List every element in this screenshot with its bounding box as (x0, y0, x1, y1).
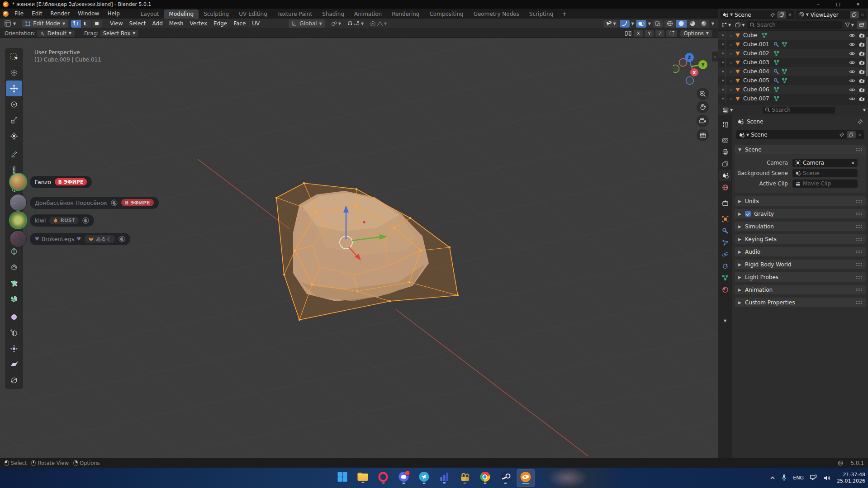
tab-physics[interactable] (719, 249, 731, 260)
panel-gravity[interactable]: ▶Gravity (735, 209, 866, 218)
taskbar-telegram[interactable] (415, 469, 433, 487)
outliner-filter-id-dropdown[interactable]: ▼ (734, 22, 746, 28)
viewport-3d[interactable]: User Perspective (1) Cube.009 | Cube.011 (0, 38, 718, 458)
taskbar-stats-app[interactable] (435, 469, 453, 487)
hide-eye-icon[interactable] (849, 78, 855, 83)
outliner-search-input[interactable]: Search (747, 21, 842, 29)
expand-icon[interactable]: › (728, 78, 734, 83)
material-preview-button[interactable] (687, 20, 698, 28)
mesh-data-icon[interactable] (782, 69, 787, 74)
tab-tool[interactable] (719, 119, 731, 130)
mirror-x-toggle[interactable]: X (634, 30, 643, 37)
language-indicator[interactable]: ENG (793, 475, 804, 481)
panel-simulation[interactable]: ▶Simulation (735, 222, 866, 231)
minimize-button[interactable]: – (808, 0, 828, 9)
outliner-filter-dropdown[interactable]: ▼ (843, 22, 855, 28)
taskbar-opera-gx[interactable] (374, 469, 392, 487)
zoom-button[interactable] (697, 88, 709, 100)
drag-dropdown[interactable]: Select Box ▼ (100, 30, 139, 37)
panel-grip[interactable] (855, 199, 862, 203)
tool-shrink-fatten[interactable] (6, 341, 22, 356)
mirror-y-toggle[interactable]: Y (645, 30, 654, 37)
start-button[interactable] (333, 469, 351, 487)
menu-select[interactable]: Select (126, 20, 149, 27)
modifier-wrench-icon[interactable] (773, 78, 779, 84)
panel-units[interactable]: ▶Units (735, 196, 866, 206)
pin-icon[interactable] (770, 12, 775, 18)
outliner-row-cube005[interactable]: ›Cube.005 (718, 76, 868, 85)
orientation-default-dropdown[interactable]: Default ▼ (37, 30, 75, 37)
tool-shear[interactable] (6, 356, 22, 372)
panel-keying-sets[interactable]: ▶Keying Sets (735, 234, 866, 244)
scene-panel-header[interactable]: ▼ Scene (735, 145, 866, 154)
wireframe-shading-button[interactable] (664, 20, 676, 28)
hide-eye-icon[interactable] (849, 87, 855, 92)
menu-render[interactable]: Render (46, 10, 74, 17)
camera-view-button[interactable] (697, 115, 709, 127)
tab-animation[interactable]: Animation (349, 9, 387, 19)
tool-spin[interactable] (6, 291, 22, 307)
blender-menu-icon[interactable] (3, 11, 9, 17)
pin-icon[interactable] (857, 119, 863, 125)
network-offline-icon[interactable] (837, 460, 844, 466)
menu-uv[interactable]: UV (249, 20, 263, 27)
panel-grip[interactable] (855, 301, 862, 304)
outliner-row-cube004[interactable]: ›Cube.004 (718, 67, 868, 76)
taskbar-explorer[interactable] (354, 469, 372, 487)
vertex-select-button[interactable] (71, 20, 81, 28)
network-icon[interactable] (810, 474, 817, 481)
panel-light-probes[interactable]: ▶Light Probes (735, 272, 866, 282)
tool-rip-region[interactable] (6, 372, 22, 388)
face-select-button[interactable] (92, 20, 102, 28)
edge-select-button[interactable] (81, 20, 92, 28)
tab-modeling[interactable]: Modeling (164, 9, 199, 19)
microphone-icon[interactable] (781, 474, 787, 482)
taskbar-discord[interactable] (394, 469, 413, 487)
panel-grip[interactable] (855, 275, 862, 279)
taskbar-lock-app[interactable] (455, 469, 474, 487)
panel-animation[interactable]: ▶Animation (735, 285, 866, 294)
taskbar-blender-active[interactable] (517, 469, 535, 487)
orientation-dropdown[interactable]: Global ▼ (289, 19, 325, 28)
render-visibility-icon[interactable] (859, 60, 865, 65)
expand-icon[interactable]: › (728, 69, 734, 74)
properties-options-dropdown[interactable]: ▼ (863, 108, 866, 112)
gravity-checkbox[interactable] (745, 211, 751, 217)
solid-shading-button[interactable] (676, 20, 687, 28)
rendered-shading-button[interactable] (698, 20, 710, 28)
add-workspace-button[interactable]: + (558, 9, 570, 19)
scene-data-selector[interactable]: ▼ Scene ✕ (736, 130, 864, 139)
tab-render[interactable] (719, 135, 731, 146)
hide-eye-icon[interactable] (849, 96, 855, 101)
shading-dropdown[interactable]: ▼ (711, 22, 714, 26)
outliner-row-cube007[interactable]: ›Cube.007 (718, 94, 868, 103)
expand-icon[interactable]: › (728, 51, 734, 56)
outliner-row-cube002[interactable]: ›Cube.002 (718, 49, 868, 58)
scene-selector[interactable]: ▼ Scene ✕ (720, 10, 794, 19)
tool-scale[interactable] (6, 112, 22, 128)
expand-icon[interactable]: › (728, 60, 734, 65)
tab-rendering[interactable]: Rendering (387, 9, 424, 19)
tab-modifiers[interactable] (719, 225, 731, 236)
clock[interactable]: 21:37:48 25.01.2026 (837, 472, 865, 484)
object-visibility-dropdown[interactable]: ▼ (603, 20, 617, 28)
camera-field[interactable]: Camera ✕ (792, 159, 858, 167)
panel-grip[interactable] (855, 212, 862, 216)
mesh-data-icon[interactable] (761, 33, 767, 38)
hide-eye-icon[interactable] (849, 33, 855, 38)
proportional-editing-group[interactable]: ▼ (368, 20, 389, 28)
modifier-wrench-icon[interactable] (773, 69, 779, 75)
pin-icon[interactable] (839, 132, 844, 137)
tab-geometry-nodes[interactable]: Geometry Nodes (469, 9, 524, 19)
panel-grip[interactable] (855, 263, 862, 266)
hide-eye-icon[interactable] (849, 60, 855, 65)
ortho-perspective-button[interactable] (697, 129, 709, 141)
mesh-data-icon[interactable] (773, 96, 779, 101)
editor-type-dropdown[interactable]: ▼ (1, 19, 19, 28)
unlink-scene-button[interactable]: ✕ (788, 12, 792, 17)
new-scene-copy-button[interactable] (777, 11, 786, 19)
tab-layout[interactable]: Layout (136, 9, 164, 19)
tool-select-box[interactable] (6, 49, 22, 65)
menu-add[interactable]: Add (149, 20, 166, 27)
mirror-z-toggle[interactable]: Z (655, 30, 664, 37)
